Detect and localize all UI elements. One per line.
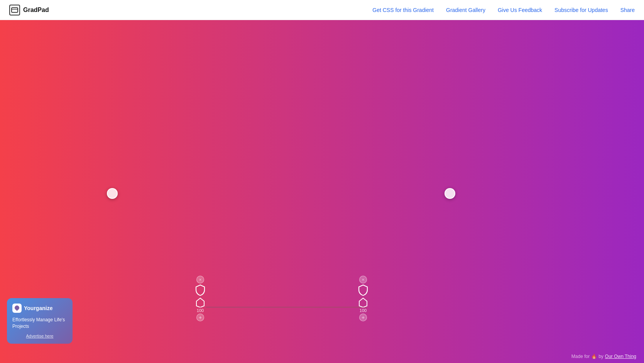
stop2-remove-button[interactable]: × bbox=[359, 276, 367, 283]
share-link[interactable]: Share bbox=[620, 7, 635, 13]
stop1-add-icon: + bbox=[199, 314, 202, 321]
ad-logo: Yourganize bbox=[12, 304, 67, 313]
gradient-control-bar bbox=[206, 307, 366, 308]
ad-brand: Yourganize bbox=[24, 305, 52, 311]
feedback-link[interactable]: Give Us Feedback bbox=[498, 7, 542, 13]
advertise-link[interactable]: Advertise here bbox=[12, 334, 67, 338]
stop1-remove-icon: × bbox=[199, 277, 201, 282]
stop1-position-icon[interactable] bbox=[196, 297, 205, 307]
logo-icon bbox=[9, 5, 20, 15]
main-nav: Get CSS for this Gradient Gradient Galle… bbox=[372, 7, 635, 13]
stop2-shield-icon[interactable] bbox=[358, 284, 368, 296]
footer-prefix: Made for bbox=[571, 354, 590, 359]
logo[interactable]: GradPad bbox=[9, 5, 49, 15]
get-css-link[interactable]: Get CSS for this Gradient bbox=[372, 7, 434, 13]
stop1-add-button[interactable]: + bbox=[196, 314, 204, 321]
footer-by: by bbox=[598, 354, 603, 359]
stop1-shield-icon[interactable] bbox=[195, 284, 206, 296]
color-point-2[interactable] bbox=[445, 188, 455, 199]
ad-logo-icon bbox=[12, 304, 22, 313]
stop2-value: 100 bbox=[360, 308, 367, 313]
stop2-remove-icon: × bbox=[362, 277, 364, 282]
footer-credit: Made for 🔥 by Our Own Thing bbox=[571, 354, 636, 359]
our-own-thing-link[interactable]: Our Own Thing bbox=[605, 354, 636, 359]
subscribe-link[interactable]: Subscribe for Updates bbox=[554, 7, 608, 13]
svg-rect-0 bbox=[12, 8, 18, 12]
stop1-remove-button[interactable]: × bbox=[196, 276, 204, 283]
stop2-position-icon[interactable] bbox=[358, 297, 368, 307]
ad-tagline: Effortlessly Manage Life's Projects bbox=[12, 317, 67, 330]
flame-icon: 🔥 bbox=[591, 354, 597, 359]
ad-widget: Yourganize Effortlessly Manage Life's Pr… bbox=[7, 298, 73, 344]
stop1-value: 100 bbox=[197, 308, 204, 313]
color-point-1[interactable] bbox=[107, 188, 118, 199]
header: GradPad Get CSS for this Gradient Gradie… bbox=[0, 0, 644, 20]
stop2-add-icon: + bbox=[362, 314, 365, 321]
gallery-link[interactable]: Gradient Gallery bbox=[446, 7, 485, 13]
logo-text: GradPad bbox=[23, 7, 49, 14]
stop2-add-button[interactable]: + bbox=[359, 314, 367, 321]
gradient-background[interactable]: × 100 + × 100 + bbox=[0, 20, 644, 363]
